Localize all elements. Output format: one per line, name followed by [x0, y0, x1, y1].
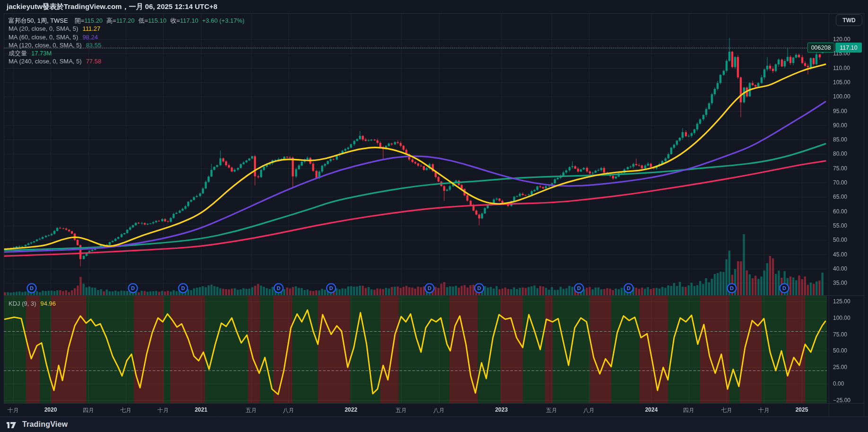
kdj-tick-label: −25.00	[833, 397, 850, 404]
kdj-legend-row[interactable]: KDJ (9, 3)94.96	[9, 300, 56, 307]
kdj-tick-label: 125.00	[833, 298, 850, 305]
symbol-title[interactable]: 富邦台50, 1周, TWSE	[9, 17, 68, 24]
time-axis-label: 十月	[758, 406, 770, 414]
time-axis-label: 五月	[245, 406, 257, 414]
ma60-value: 98.24	[82, 34, 98, 41]
legend-ma120-row[interactable]: MA (120, close, 0, SMA, 5)83.55	[9, 41, 245, 49]
time-axis-label: 四月	[83, 406, 94, 414]
legend-ma240-row[interactable]: MA (240, close, 0, SMA, 5)77.58	[9, 57, 245, 65]
price-tick-label: 80.00	[833, 150, 847, 157]
ma60-label: MA (60, close, 0, SMA, 5)	[9, 34, 78, 41]
price-tick-label: 60.00	[833, 208, 847, 215]
share-header: jackieyutw發表於TradingView.com，一月 06, 2025…	[7, 2, 218, 11]
time-axis-label: 八月	[583, 406, 595, 414]
close-label: 收=	[170, 17, 180, 24]
legend-ma60-row[interactable]: MA (60, close, 0, SMA, 5)98.24	[9, 33, 245, 41]
kdj-label: KDJ (9, 3)	[9, 300, 36, 307]
last-price-badge: 117.10	[835, 43, 862, 53]
time-axis-label: 2021	[195, 406, 208, 413]
change-value: +3.60 (+3.17%)	[202, 17, 245, 24]
volume-value: 17.73M	[31, 50, 52, 57]
price-tick-label: 35.00	[833, 280, 847, 286]
close-value: 117.10	[180, 17, 198, 24]
price-tick-label: 105.00	[833, 79, 850, 86]
open-value: 115.20	[84, 17, 103, 24]
time-axis-label: 七月	[721, 406, 732, 414]
ma20-value: 111.27	[82, 25, 100, 32]
time-axis-label: 五月	[395, 406, 407, 414]
tradingview-snapshot: jackieyutw發表於TradingView.com，一月 06, 2025…	[0, 0, 868, 432]
chart-legend: 富邦台50, 1周, TWSE開=115.20高=117.20低=115.10收…	[9, 17, 245, 66]
time-axis-label: 五月	[546, 406, 557, 414]
price-tick-label: 90.00	[833, 122, 847, 129]
price-tick-label: 100.00	[833, 93, 850, 100]
time-axis-label: 十月	[8, 406, 19, 414]
ma120-label: MA (120, close, 0, SMA, 5)	[9, 42, 82, 49]
time-axis-label: 十月	[158, 406, 169, 414]
price-tick-label: 75.00	[833, 165, 847, 172]
tradingview-brand[interactable]: TradingView	[22, 420, 68, 429]
time-axis-label: 四月	[683, 406, 694, 414]
ma120-value: 83.55	[86, 42, 102, 49]
ma240-value: 77.58	[86, 58, 102, 65]
ma240-label: MA (240, close, 0, SMA, 5)	[9, 58, 82, 65]
legend-volume-row[interactable]: 成交量17.73M	[9, 49, 245, 57]
high-value: 117.20	[116, 17, 135, 24]
open-label: 開=	[75, 17, 85, 24]
tradingview-logo-icon	[6, 420, 18, 429]
kdj-tick-label: 25.00	[833, 364, 847, 370]
time-axis-label: 2025	[796, 406, 808, 413]
low-value: 115.10	[148, 17, 167, 24]
price-tick-label: 40.00	[833, 265, 847, 272]
volume-label: 成交量	[9, 50, 27, 57]
time-axis-label: 2024	[645, 406, 658, 413]
high-label: 高=	[106, 17, 116, 24]
footer-bar: TradingView	[0, 417, 868, 432]
legend-symbol-row[interactable]: 富邦台50, 1周, TWSE開=115.20高=117.20低=115.10收…	[9, 17, 245, 25]
time-axis-label: 八月	[283, 406, 294, 414]
price-tick-label: 55.00	[833, 222, 847, 229]
symbol-code-badge: 006208	[807, 43, 834, 53]
price-tick-label: 120.00	[833, 36, 850, 43]
price-tick-label: 50.00	[833, 237, 847, 243]
price-tick-label: 70.00	[833, 179, 847, 186]
currency-toggle-button[interactable]: TWD	[836, 14, 862, 26]
time-axis-label: 七月	[120, 406, 132, 414]
time-axis-label: 2023	[495, 406, 508, 413]
kdj-tick-label: 50.00	[833, 347, 847, 354]
ma20-label: MA (20, close, 0, SMA, 5)	[9, 25, 78, 32]
time-axis-label: 2020	[44, 406, 57, 413]
price-tick-label: 45.00	[833, 251, 847, 258]
price-tick-label: 85.00	[833, 136, 847, 143]
time-axis-label: 2022	[345, 406, 358, 413]
price-tick-label: 65.00	[833, 194, 847, 200]
legend-ma20-row[interactable]: MA (20, close, 0, SMA, 5)111.27	[9, 25, 245, 33]
kdj-value: 94.96	[41, 300, 56, 307]
kdj-tick-label: 100.00	[833, 315, 850, 321]
time-axis-label: 八月	[433, 406, 445, 414]
price-tick-label: 110.00	[833, 65, 850, 71]
price-tick-label: 95.00	[833, 108, 847, 115]
kdj-tick-label: 75.00	[833, 331, 847, 338]
low-label: 低=	[138, 17, 148, 24]
kdj-tick-label: 0.00	[833, 380, 844, 387]
